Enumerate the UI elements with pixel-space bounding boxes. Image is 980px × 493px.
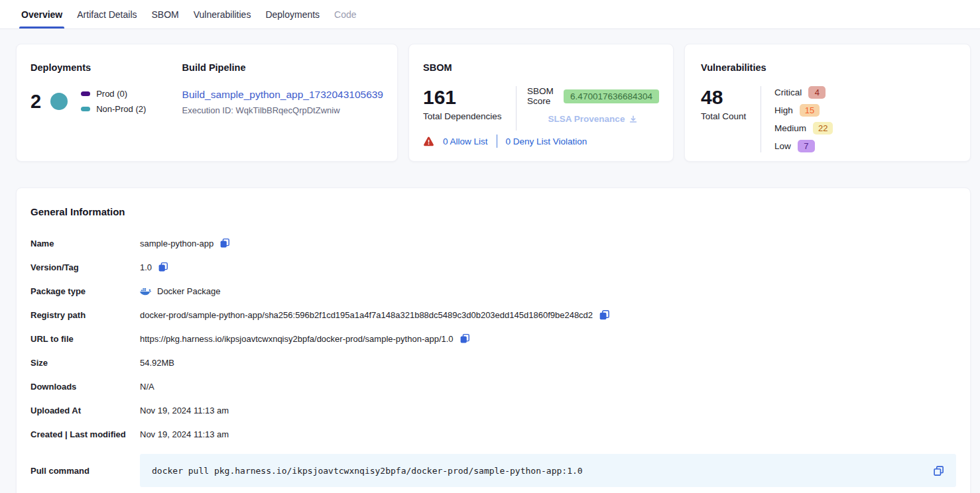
sbom-score-badge: 6.470017636684304 — [564, 89, 659, 103]
tab-deployments[interactable]: Deployments — [258, 0, 327, 28]
row-downloads: Downloads N/A — [31, 374, 956, 398]
row-size: Size 54.92MB — [31, 351, 956, 374]
legend-item-nonprod: Non-Prod (2) — [81, 104, 146, 114]
prod-swatch-icon — [81, 91, 90, 96]
download-icon — [629, 115, 638, 124]
execution-id-text: Execution ID: WqkTilbBRqecQrpDtZwniw — [182, 105, 383, 115]
severity-medium-count-badge: 22 — [813, 122, 833, 135]
row-url-to-file: URL to file https://pkg.harness.io/ikpsj… — [31, 327, 956, 351]
deployments-card: Deployments 2 Prod (0) Non-Prod (2) Buil… — [16, 44, 398, 162]
deployments-legend: Prod (0) Non-Prod (2) — [81, 89, 146, 114]
severity-low-label: Low — [774, 141, 791, 151]
row-uploaded-at: Uploaded At Nov 19, 2024 11:13 am — [31, 398, 956, 422]
row-size-label: Size — [31, 358, 140, 368]
vulnerabilities-card: Vulnerabilities 48 Total Count Critical … — [684, 44, 971, 162]
row-created-modified: Created | Last modified Nov 19, 2024 11:… — [31, 422, 956, 446]
deployments-total-count: 2 — [31, 91, 41, 113]
row-name-label: Name — [31, 239, 140, 248]
allow-list-link[interactable]: 0 Allow List — [443, 137, 488, 146]
tab-sbom[interactable]: SBOM — [145, 0, 186, 28]
tab-artifact-details[interactable]: Artifact Details — [70, 0, 144, 28]
severity-critical-count-badge: 4 — [808, 86, 826, 99]
summary-cards-row: Deployments 2 Prod (0) Non-Prod (2) Buil… — [0, 29, 980, 162]
row-version: Version/Tag 1.0 — [31, 255, 956, 279]
row-created-modified-label: Created | Last modified — [31, 429, 140, 439]
package-type-value: Docker Package — [157, 286, 220, 296]
vulnerabilities-card-title: Vulnerabilities — [701, 62, 954, 73]
sbom-score-label: SBOM Score — [527, 86, 558, 106]
row-registry-path: Registry path docker-prod/sample-python-… — [31, 303, 956, 327]
slsa-provenance-label: SLSA Provenance — [548, 114, 625, 124]
severity-critical-label: Critical — [774, 87, 802, 97]
row-downloads-label: Downloads — [31, 382, 140, 392]
artifact-name-value: sample-python-app — [140, 239, 214, 248]
severity-medium-label: Medium — [774, 123, 806, 133]
general-information-rows: Name sample-python-app Version/Tag 1.0 P… — [31, 231, 956, 487]
severity-row-critical: Critical 4 — [774, 86, 833, 99]
url-to-file-value: https://pkg.harness.io/ikpsjoavtcwxnqisy… — [140, 334, 454, 344]
sbom-card: SBOM 161 Total Dependencies SBOM Score 6… — [408, 44, 674, 162]
warning-triangle-icon — [423, 137, 434, 146]
general-information-title: General Information — [31, 206, 956, 217]
registry-path-value: docker-prod/sample-python-app/sha256:596… — [140, 310, 593, 320]
vulnerabilities-total-count: 48 — [701, 86, 761, 108]
pull-command-box: docker pull pkg.harness.io/ikpsjoavtcwxn… — [140, 454, 956, 487]
copy-name-button[interactable] — [219, 238, 230, 248]
build-pipeline-link[interactable]: Build_sample_python_app_1732043105639 — [182, 89, 383, 101]
legend-item-prod: Prod (0) — [81, 89, 146, 99]
copy-version-button[interactable] — [158, 262, 168, 272]
vulnerabilities-total-label: Total Count — [701, 111, 761, 121]
created-modified-value: Nov 19, 2024 11:13 am — [140, 429, 229, 439]
copy-registry-path-button[interactable] — [599, 309, 610, 321]
legend-nonprod-label: Non-Prod (2) — [96, 104, 146, 114]
severity-row-high: High 15 — [774, 104, 833, 117]
downloads-value: N/A — [140, 382, 154, 392]
sbom-card-title: SBOM — [423, 62, 659, 73]
row-pull-command: Pull command docker pull pkg.harness.io/… — [31, 454, 956, 487]
severity-low-count-badge: 7 — [798, 140, 815, 152]
copy-url-button[interactable] — [459, 333, 470, 344]
uploaded-at-value: Nov 19, 2024 11:13 am — [140, 406, 229, 415]
deny-list-link[interactable]: 0 Deny List Violation — [506, 137, 587, 146]
nonprod-swatch-icon — [81, 107, 90, 111]
legend-prod-label: Prod (0) — [96, 89, 127, 99]
sbom-total-dependencies: 161 — [423, 86, 516, 108]
row-uploaded-at-label: Uploaded At — [31, 406, 140, 415]
copy-pull-command-button[interactable] — [933, 465, 944, 476]
sbom-total-label: Total Dependencies — [423, 111, 516, 121]
tab-code: Code — [327, 0, 363, 28]
row-package-type: Package type Docker Package — [31, 279, 956, 303]
version-tag-value: 1.0 — [140, 262, 152, 272]
deployments-donut-chart — [50, 93, 68, 110]
row-registry-path-label: Registry path — [31, 310, 140, 320]
pull-command-value: docker pull pkg.harness.io/ikpsjoavtcwxn… — [152, 466, 933, 476]
row-package-type-label: Package type — [31, 286, 140, 296]
policy-links-divider — [497, 135, 497, 148]
severity-row-low: Low 7 — [774, 140, 833, 152]
general-information-card: General Information Name sample-python-a… — [16, 188, 971, 493]
deployments-card-title: Deployments — [31, 62, 182, 73]
row-url-to-file-label: URL to file — [31, 334, 140, 344]
tab-overview[interactable]: Overview — [14, 0, 70, 28]
severity-row-medium: Medium 22 — [774, 122, 833, 135]
size-value: 54.92MB — [140, 358, 174, 368]
severity-high-count-badge: 15 — [800, 104, 820, 117]
tab-bar: Overview Artifact Details SBOM Vulnerabi… — [0, 0, 980, 29]
pull-command-label: Pull command — [31, 466, 140, 476]
row-name: Name sample-python-app — [31, 231, 956, 255]
build-pipeline-title: Build Pipeline — [182, 62, 383, 73]
docker-whale-icon — [140, 287, 151, 296]
tab-vulnerabilities[interactable]: Vulnerabilities — [186, 0, 259, 28]
slsa-provenance-link[interactable]: SLSA Provenance — [548, 114, 639, 124]
row-version-label: Version/Tag — [31, 262, 140, 272]
severity-high-label: High — [774, 105, 793, 115]
